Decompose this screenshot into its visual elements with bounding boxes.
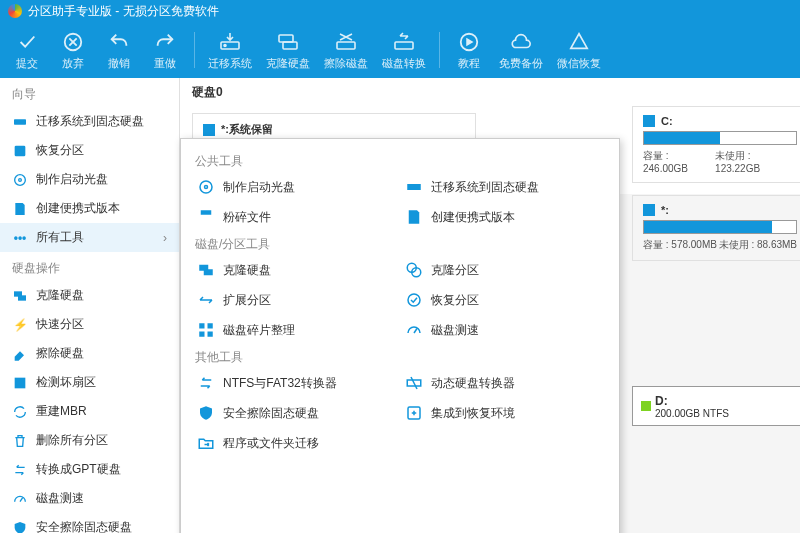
convert-disk-button[interactable]: 磁盘转换	[375, 30, 433, 71]
svg-rect-13	[18, 295, 26, 300]
tool-ntfs-fat32[interactable]: NTFS与FAT32转换器	[195, 370, 397, 396]
svg-point-21	[205, 186, 208, 189]
svg-rect-14	[15, 377, 26, 388]
clone-icon	[12, 288, 28, 304]
sidebar-secure-ssd[interactable]: 安全擦除固态硬盘	[0, 513, 179, 533]
disc-icon	[197, 178, 215, 196]
svg-point-10	[15, 174, 26, 185]
tool-speed[interactable]: 磁盘测速	[403, 317, 605, 343]
svg-rect-24	[204, 269, 213, 275]
svg-point-27	[408, 294, 420, 306]
title-text: 分区助手专业版 - 无损分区免费软件	[28, 3, 219, 20]
wipe-disk-button[interactable]: 擦除磁盘	[317, 30, 375, 71]
drive-icon	[405, 178, 423, 196]
svg-rect-31	[208, 332, 213, 337]
swap-icon	[12, 462, 28, 478]
tool-shred[interactable]: 粉碎文件	[195, 204, 397, 230]
commit-button[interactable]: 提交	[4, 30, 50, 71]
sidebar-speed[interactable]: 磁盘测速	[0, 484, 179, 513]
sidebar-delete-all[interactable]: 删除所有分区	[0, 426, 179, 455]
tool-defrag[interactable]: 磁盘碎片整理	[195, 317, 397, 343]
tutorial-button[interactable]: 教程	[446, 30, 492, 71]
partition-card[interactable]: C: 容量 : 246.00GB未使用 : 123.22GB	[632, 106, 800, 183]
clone-icon	[197, 261, 215, 279]
flag-icon	[203, 124, 215, 136]
recover-icon	[12, 143, 28, 159]
refresh-icon	[12, 404, 28, 420]
sidebar-recover[interactable]: 恢复分区	[0, 136, 179, 165]
sidebar-migrate[interactable]: 迁移系统到固态硬盘	[0, 107, 179, 136]
tool-winre[interactable]: 集成到恢复环境	[403, 400, 605, 426]
migrate-os-button[interactable]: 迁移系统	[201, 30, 259, 71]
status-dot-icon	[641, 401, 651, 411]
sidebar-to-gpt[interactable]: 转换成GPT硬盘	[0, 455, 179, 484]
undo-button[interactable]: 撤销	[96, 30, 142, 71]
bolt-icon: ⚡	[12, 317, 28, 333]
sidebar-clone[interactable]: 克隆硬盘	[0, 281, 179, 310]
clone-disk-button[interactable]: 克隆硬盘	[259, 30, 317, 71]
swap-icon	[197, 374, 215, 392]
backup-button[interactable]: 免费备份	[492, 30, 550, 71]
tool-portable[interactable]: 创建便携式版本	[403, 204, 605, 230]
tool-migrate[interactable]: 迁移系统到固态硬盘	[403, 174, 605, 200]
sidebar-badsector[interactable]: 检测坏扇区	[0, 368, 179, 397]
wizard-heading: 向导	[0, 78, 179, 107]
scan-icon	[12, 375, 28, 391]
svg-rect-4	[283, 42, 297, 49]
tool-dynamic[interactable]: 动态硬盘转换器	[403, 370, 605, 396]
svg-point-11	[19, 178, 22, 181]
tool-secure-ssd[interactable]: 安全擦除固态硬盘	[195, 400, 397, 426]
sidebar-quick[interactable]: ⚡快速分区	[0, 310, 179, 339]
gauge-icon	[405, 321, 423, 339]
diskops-heading: 硬盘操作	[0, 252, 179, 281]
shred-icon	[197, 208, 215, 226]
main-panel: 硬盘0 *:系统保留 容量 : 579.00MB未使用 : 550.33MB C…	[180, 78, 800, 533]
tool-clone-disk[interactable]: 克隆硬盘	[195, 257, 397, 283]
flag-icon	[643, 115, 655, 127]
sidebar-portable[interactable]: 创建便携式版本	[0, 194, 179, 223]
sidebar-boot-disc[interactable]: 制作启动光盘	[0, 165, 179, 194]
flag-icon	[643, 204, 655, 216]
titlebar: 分区助手专业版 - 无损分区免费软件	[0, 0, 800, 22]
svg-rect-6	[395, 42, 413, 49]
sidebar-wipe[interactable]: 擦除硬盘	[0, 339, 179, 368]
disk-strip[interactable]: D: 200.00GB NTFS	[632, 386, 800, 426]
folder-move-icon	[197, 434, 215, 452]
gauge-icon	[12, 491, 28, 507]
tool-recover-partition[interactable]: 恢复分区	[403, 287, 605, 313]
sidebar-rebuild-mbr[interactable]: 重建MBR	[0, 397, 179, 426]
svg-rect-28	[199, 323, 204, 328]
partition-card[interactable]: *: 容量 : 578.00MB未使用 : 88.63MB	[632, 195, 800, 261]
tool-boot-disc[interactable]: 制作启动光盘	[195, 174, 397, 200]
svg-point-2	[224, 44, 226, 46]
svg-point-20	[200, 181, 212, 193]
expand-icon	[197, 291, 215, 309]
sidebar: 向导 迁移系统到固态硬盘 恢复分区 制作启动光盘 创建便携式版本 •••所有工具…	[0, 78, 180, 533]
tool-clone-partition[interactable]: 克隆分区	[403, 257, 605, 283]
save-icon	[12, 201, 28, 217]
toolbar: 提交 放弃 撤销 重做 迁移系统 克隆硬盘 擦除磁盘 磁盘转换 教程 免费备份 …	[0, 22, 800, 78]
disc-icon	[12, 172, 28, 188]
trash-icon	[12, 433, 28, 449]
sidebar-all-tools[interactable]: •••所有工具›	[0, 223, 179, 252]
save-icon	[405, 208, 423, 226]
ellipsis-icon: •••	[12, 230, 28, 246]
convert-icon	[405, 374, 423, 392]
discard-button[interactable]: 放弃	[50, 30, 96, 71]
svg-rect-3	[279, 35, 293, 42]
tool-app-migrate[interactable]: 程序或文件夹迁移	[195, 430, 397, 456]
svg-rect-22	[407, 184, 421, 190]
redo-button[interactable]: 重做	[142, 30, 188, 71]
all-tools-popup: 公共工具 制作启动光盘 迁移系统到固态硬盘 粉碎文件 创建便携式版本 磁盘/分区…	[180, 138, 620, 533]
eraser-icon	[12, 346, 28, 362]
chevron-right-icon: ›	[163, 231, 167, 245]
tool-extend[interactable]: 扩展分区	[195, 287, 397, 313]
svg-rect-30	[199, 332, 204, 337]
wechat-button[interactable]: 微信恢复	[550, 30, 608, 71]
svg-rect-5	[337, 42, 355, 49]
shield-icon	[12, 520, 28, 534]
app-logo	[8, 4, 22, 18]
shield-icon	[197, 404, 215, 422]
drive-icon	[12, 114, 28, 130]
svg-rect-8	[14, 119, 26, 124]
